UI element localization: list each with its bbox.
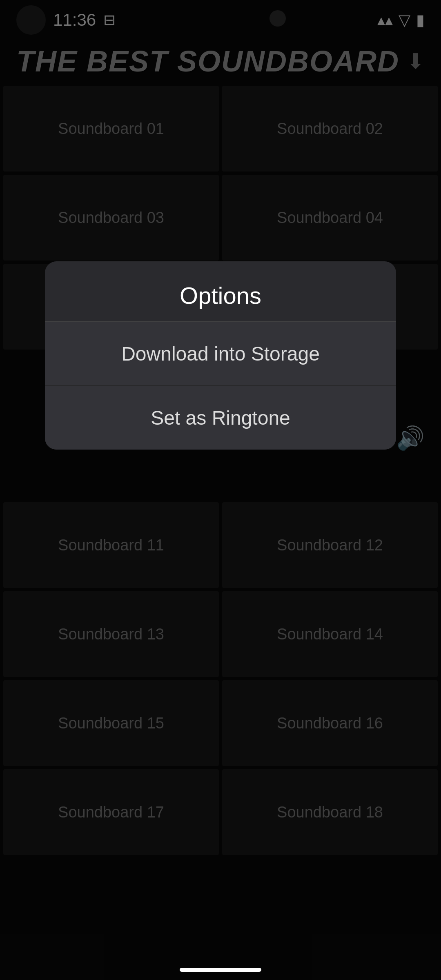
options-modal: Options Download into Storage Set as Rin… — [45, 261, 396, 450]
set-ringtone-button[interactable]: Set as Ringtone — [45, 386, 396, 450]
modal-title: Options — [180, 282, 261, 309]
download-storage-button[interactable]: Download into Storage — [45, 322, 396, 386]
home-bar — [180, 968, 261, 972]
modal-overlay[interactable] — [0, 0, 441, 980]
modal-title-row: Options — [45, 261, 396, 322]
